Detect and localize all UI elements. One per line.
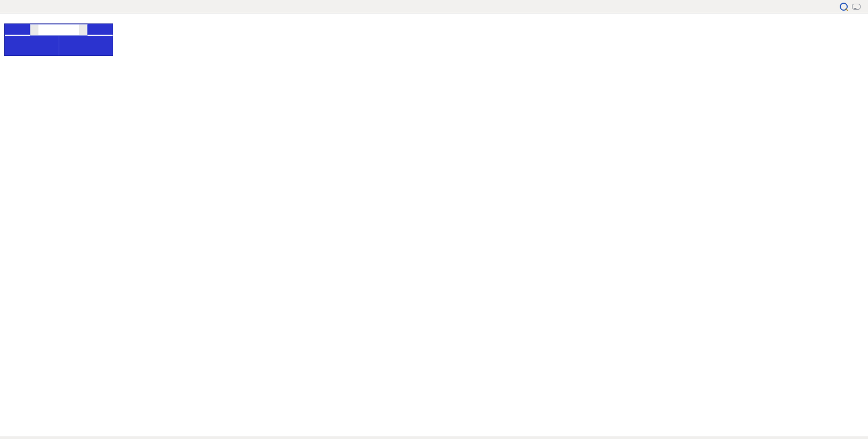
main-toolbar [0, 0, 868, 13]
order-button[interactable] [0, 1, 4, 12]
sell-price[interactable] [5, 36, 59, 55]
buy-price[interactable] [59, 36, 113, 55]
chart-title-row [4, 15, 10, 22]
chart-canvas[interactable] [0, 0, 868, 439]
sell-button[interactable] [5, 24, 30, 36]
chat-icon[interactable] [850, 1, 868, 12]
volume-field [30, 24, 88, 36]
window-bottom-strip [0, 436, 868, 439]
volume-increase-button[interactable] [79, 25, 87, 35]
volume-input[interactable] [38, 25, 79, 35]
search-icon[interactable] [838, 1, 850, 12]
one-click-trade-panel [4, 23, 113, 56]
volume-decrease-button[interactable] [30, 25, 38, 35]
buy-button[interactable] [88, 24, 113, 36]
